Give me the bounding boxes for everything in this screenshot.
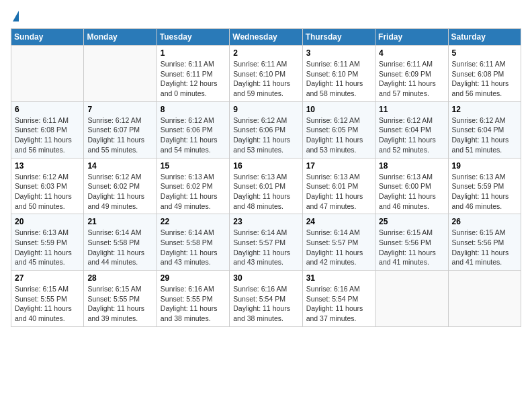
calendar-day-cell: 11 Sunrise: 6:12 AMSunset: 6:04 PMDaylig… bbox=[375, 101, 448, 158]
weekday-header-row: SundayMondayTuesdayWednesdayThursdayFrid… bbox=[11, 29, 521, 46]
calendar-day-cell: 2 Sunrise: 6:11 AMSunset: 6:10 PMDayligh… bbox=[230, 46, 302, 102]
day-info: Sunrise: 6:12 AMSunset: 6:02 PMDaylight:… bbox=[87, 173, 144, 210]
day-info: Sunrise: 6:15 AMSunset: 5:56 PMDaylight:… bbox=[379, 228, 436, 266]
day-info: Sunrise: 6:12 AMSunset: 6:04 PMDaylight:… bbox=[452, 116, 509, 154]
day-number: 4 bbox=[379, 48, 444, 58]
day-number: 6 bbox=[15, 105, 80, 114]
day-number: 19 bbox=[452, 161, 517, 171]
calendar-day-cell: 28 Sunrise: 6:15 AMSunset: 5:55 PMDaylig… bbox=[84, 271, 157, 327]
calendar-day-cell: 23 Sunrise: 6:14 AMSunset: 5:57 PMDaylig… bbox=[230, 214, 302, 271]
calendar-day-cell bbox=[84, 46, 157, 102]
day-number: 22 bbox=[161, 217, 226, 226]
day-number: 1 bbox=[161, 48, 226, 58]
calendar-week-row: 1 Sunrise: 6:11 AMSunset: 6:11 PMDayligh… bbox=[11, 46, 521, 102]
day-number: 20 bbox=[15, 217, 80, 226]
day-number: 15 bbox=[161, 161, 226, 171]
day-number: 7 bbox=[87, 105, 152, 114]
calendar-day-cell: 27 Sunrise: 6:15 AMSunset: 5:55 PMDaylig… bbox=[11, 271, 84, 327]
calendar-day-cell: 12 Sunrise: 6:12 AMSunset: 6:04 PMDaylig… bbox=[448, 101, 521, 158]
day-info: Sunrise: 6:11 AMSunset: 6:09 PMDaylight:… bbox=[379, 60, 436, 97]
day-info: Sunrise: 6:12 AMSunset: 6:06 PMDaylight:… bbox=[233, 116, 290, 154]
calendar-week-row: 13 Sunrise: 6:12 AMSunset: 6:03 PMDaylig… bbox=[11, 158, 521, 214]
weekday-header-cell: Monday bbox=[84, 29, 157, 46]
calendar-body: 1 Sunrise: 6:11 AMSunset: 6:11 PMDayligh… bbox=[11, 46, 521, 327]
weekday-header-cell: Thursday bbox=[302, 29, 375, 46]
day-number: 13 bbox=[15, 161, 80, 171]
weekday-header-cell: Tuesday bbox=[157, 29, 229, 46]
calendar-day-cell: 3 Sunrise: 6:11 AMSunset: 6:10 PMDayligh… bbox=[302, 46, 375, 102]
day-number: 24 bbox=[306, 217, 371, 226]
day-info: Sunrise: 6:11 AMSunset: 6:08 PMDaylight:… bbox=[15, 116, 72, 154]
calendar-day-cell: 6 Sunrise: 6:11 AMSunset: 6:08 PMDayligh… bbox=[11, 101, 84, 158]
calendar-day-cell bbox=[448, 271, 521, 327]
day-number: 17 bbox=[306, 161, 371, 171]
day-info: Sunrise: 6:13 AMSunset: 6:01 PMDaylight:… bbox=[306, 173, 363, 210]
day-number: 9 bbox=[233, 105, 298, 114]
day-info: Sunrise: 6:15 AMSunset: 5:56 PMDaylight:… bbox=[452, 228, 509, 266]
calendar-week-row: 20 Sunrise: 6:13 AMSunset: 5:59 PMDaylig… bbox=[11, 214, 521, 271]
day-number: 23 bbox=[233, 217, 298, 226]
calendar-day-cell: 17 Sunrise: 6:13 AMSunset: 6:01 PMDaylig… bbox=[302, 158, 375, 214]
page-header bbox=[11, 11, 521, 20]
day-info: Sunrise: 6:16 AMSunset: 5:54 PMDaylight:… bbox=[306, 285, 363, 322]
day-info: Sunrise: 6:12 AMSunset: 6:06 PMDaylight:… bbox=[161, 116, 218, 154]
day-info: Sunrise: 6:11 AMSunset: 6:11 PMDaylight:… bbox=[161, 60, 218, 97]
day-info: Sunrise: 6:12 AMSunset: 6:03 PMDaylight:… bbox=[15, 173, 72, 210]
day-number: 2 bbox=[233, 48, 298, 58]
calendar-day-cell: 18 Sunrise: 6:13 AMSunset: 6:00 PMDaylig… bbox=[375, 158, 448, 214]
calendar-day-cell: 10 Sunrise: 6:12 AMSunset: 6:05 PMDaylig… bbox=[302, 101, 375, 158]
day-number: 29 bbox=[161, 273, 226, 283]
day-info: Sunrise: 6:14 AMSunset: 5:57 PMDaylight:… bbox=[306, 228, 363, 266]
calendar-day-cell: 4 Sunrise: 6:11 AMSunset: 6:09 PMDayligh… bbox=[375, 46, 448, 102]
calendar-day-cell: 30 Sunrise: 6:16 AMSunset: 5:54 PMDaylig… bbox=[230, 271, 302, 327]
day-number: 16 bbox=[233, 161, 298, 171]
day-info: Sunrise: 6:11 AMSunset: 6:10 PMDaylight:… bbox=[306, 60, 363, 97]
day-number: 30 bbox=[233, 273, 298, 283]
day-number: 25 bbox=[379, 217, 444, 226]
day-info: Sunrise: 6:11 AMSunset: 6:08 PMDaylight:… bbox=[452, 60, 509, 97]
day-number: 21 bbox=[87, 217, 152, 226]
calendar-day-cell: 7 Sunrise: 6:12 AMSunset: 6:07 PMDayligh… bbox=[84, 101, 157, 158]
calendar-day-cell bbox=[11, 46, 84, 102]
calendar-table: SundayMondayTuesdayWednesdayThursdayFrid… bbox=[11, 28, 521, 327]
day-number: 3 bbox=[306, 48, 371, 58]
day-number: 12 bbox=[452, 105, 517, 114]
calendar-day-cell: 1 Sunrise: 6:11 AMSunset: 6:11 PMDayligh… bbox=[157, 46, 229, 102]
day-number: 14 bbox=[87, 161, 152, 171]
calendar-day-cell: 13 Sunrise: 6:12 AMSunset: 6:03 PMDaylig… bbox=[11, 158, 84, 214]
day-info: Sunrise: 6:13 AMSunset: 5:59 PMDaylight:… bbox=[452, 173, 509, 210]
day-number: 10 bbox=[306, 105, 371, 114]
day-info: Sunrise: 6:14 AMSunset: 5:58 PMDaylight:… bbox=[87, 228, 144, 266]
day-number: 28 bbox=[87, 273, 152, 283]
calendar-day-cell: 20 Sunrise: 6:13 AMSunset: 5:59 PMDaylig… bbox=[11, 214, 84, 271]
day-number: 8 bbox=[161, 105, 226, 114]
calendar-day-cell: 22 Sunrise: 6:14 AMSunset: 5:58 PMDaylig… bbox=[157, 214, 229, 271]
logo bbox=[11, 11, 19, 20]
day-info: Sunrise: 6:11 AMSunset: 6:10 PMDaylight:… bbox=[233, 60, 290, 97]
calendar-day-cell: 16 Sunrise: 6:13 AMSunset: 6:01 PMDaylig… bbox=[230, 158, 302, 214]
calendar-day-cell: 15 Sunrise: 6:13 AMSunset: 6:02 PMDaylig… bbox=[157, 158, 229, 214]
calendar-day-cell: 19 Sunrise: 6:13 AMSunset: 5:59 PMDaylig… bbox=[448, 158, 521, 214]
day-info: Sunrise: 6:13 AMSunset: 6:00 PMDaylight:… bbox=[379, 173, 436, 210]
calendar-day-cell: 25 Sunrise: 6:15 AMSunset: 5:56 PMDaylig… bbox=[375, 214, 448, 271]
weekday-header-cell: Saturday bbox=[448, 29, 521, 46]
weekday-header-cell: Wednesday bbox=[230, 29, 302, 46]
day-number: 18 bbox=[379, 161, 444, 171]
day-number: 5 bbox=[452, 48, 517, 58]
weekday-header-cell: Friday bbox=[375, 29, 448, 46]
day-info: Sunrise: 6:13 AMSunset: 5:59 PMDaylight:… bbox=[15, 228, 72, 266]
day-info: Sunrise: 6:15 AMSunset: 5:55 PMDaylight:… bbox=[15, 285, 72, 322]
day-info: Sunrise: 6:16 AMSunset: 5:55 PMDaylight:… bbox=[161, 285, 218, 322]
calendar-day-cell: 29 Sunrise: 6:16 AMSunset: 5:55 PMDaylig… bbox=[157, 271, 229, 327]
calendar-day-cell: 8 Sunrise: 6:12 AMSunset: 6:06 PMDayligh… bbox=[157, 101, 229, 158]
day-info: Sunrise: 6:12 AMSunset: 6:04 PMDaylight:… bbox=[379, 116, 436, 154]
day-number: 26 bbox=[452, 217, 517, 226]
calendar-day-cell bbox=[375, 271, 448, 327]
calendar-day-cell: 31 Sunrise: 6:16 AMSunset: 5:54 PMDaylig… bbox=[302, 271, 375, 327]
logo-triangle-icon bbox=[13, 11, 19, 21]
day-info: Sunrise: 6:15 AMSunset: 5:55 PMDaylight:… bbox=[87, 285, 144, 322]
calendar-week-row: 27 Sunrise: 6:15 AMSunset: 5:55 PMDaylig… bbox=[11, 271, 521, 327]
calendar-day-cell: 21 Sunrise: 6:14 AMSunset: 5:58 PMDaylig… bbox=[84, 214, 157, 271]
day-info: Sunrise: 6:13 AMSunset: 6:01 PMDaylight:… bbox=[233, 173, 290, 210]
day-number: 31 bbox=[306, 273, 371, 283]
